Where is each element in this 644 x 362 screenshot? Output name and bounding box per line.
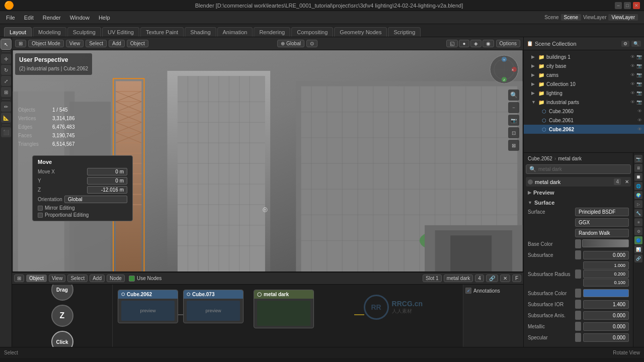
- tool-transform[interactable]: ⊞: [1, 87, 11, 97]
- viewport-select-btn[interactable]: Select: [86, 40, 107, 47]
- zoom-out-btn[interactable]: －: [508, 102, 519, 113]
- prop-tab-constraints[interactable]: 🔗: [634, 254, 642, 262]
- subsurface-method-value[interactable]: Random Walk: [575, 229, 629, 237]
- sr-b-value[interactable]: 0.100: [583, 279, 629, 287]
- bottom-add-menu[interactable]: Add: [90, 275, 105, 282]
- tab-uv-editing[interactable]: UV Editing: [102, 27, 139, 37]
- node-cube073[interactable]: ⬡ Cube.073 preview: [183, 290, 244, 323]
- viewport-proportional-btn[interactable]: ⊙: [306, 40, 317, 47]
- tab-shading[interactable]: Shading: [185, 27, 216, 37]
- specular-dot[interactable]: [575, 333, 581, 342]
- bc-metal-dark[interactable]: metal dark: [558, 156, 582, 161]
- close-button[interactable]: ✕: [633, 2, 640, 9]
- move-z-value[interactable]: -12.016 m: [87, 186, 127, 194]
- bottom-view-menu[interactable]: View: [49, 275, 66, 282]
- prop-tab-physics[interactable]: ⚙: [634, 227, 642, 235]
- annotations-checkbox[interactable]: ✓: [465, 288, 471, 294]
- bc-cube2062[interactable]: Cube.2062: [528, 156, 552, 161]
- tab-texture-paint[interactable]: Texture Paint: [140, 27, 184, 37]
- outliner-item-collection10[interactable]: ▶ 📁 Collection 10 👁 📷: [524, 79, 644, 88]
- proportional-editing-checkbox[interactable]: [38, 213, 43, 218]
- outliner-item-cube2061[interactable]: ⬡ Cube.2061 👁: [524, 116, 644, 125]
- prop-tab-object[interactable]: ▷: [634, 200, 642, 208]
- use-nodes-checkbox[interactable]: [129, 276, 135, 282]
- minimize-button[interactable]: –: [615, 2, 622, 9]
- maximize-button[interactable]: □: [624, 2, 631, 9]
- subsurface-value[interactable]: 0.000: [583, 251, 629, 259]
- node-metal-dark[interactable]: ◯ metal dark: [254, 290, 314, 328]
- tool-scale[interactable]: ⤢: [1, 76, 11, 86]
- tab-animation[interactable]: Animation: [217, 27, 253, 37]
- mirror-editing-checkbox[interactable]: [38, 206, 43, 211]
- tab-sculpting[interactable]: Sculpting: [67, 27, 101, 37]
- perspective-btn[interactable]: ⊡: [508, 127, 519, 138]
- base-color-dot[interactable]: [575, 239, 581, 248]
- z-key-circle[interactable]: Z: [51, 305, 73, 327]
- bottom-editor-type[interactable]: ⊞: [14, 275, 24, 282]
- shading-buttons[interactable]: ◱ ● ◈ ◉: [446, 40, 494, 47]
- material-search[interactable]: 🔍 metal dark: [526, 164, 631, 174]
- subsurface-radius-dot[interactable]: [575, 269, 581, 279]
- tab-rendering[interactable]: Rendering: [254, 27, 290, 37]
- window-controls[interactable]: – □ ✕: [615, 2, 640, 9]
- menu-window[interactable]: Window: [66, 14, 94, 22]
- outliner-item-cube2060[interactable]: ⬡ Cube.2060 👁: [524, 107, 644, 116]
- tool-annotate[interactable]: ✏: [1, 102, 11, 112]
- prop-tab-output[interactable]: 🖥: [634, 164, 642, 172]
- shading-wireframe[interactable]: ◱: [446, 40, 458, 47]
- bottom-object-btn[interactable]: Object: [26, 275, 47, 282]
- subsurface-color-dot[interactable]: [575, 289, 581, 298]
- shading-solid[interactable]: ●: [459, 40, 469, 47]
- outliner-filter[interactable]: ⚙: [621, 41, 629, 47]
- subsurface-ior-dot[interactable]: [575, 300, 581, 309]
- shading-material[interactable]: ◈: [470, 40, 481, 47]
- move-y-value[interactable]: 0 m: [87, 177, 127, 185]
- 3d-viewport[interactable]: User Perspective (2) industrial parts | …: [12, 50, 523, 272]
- tab-scripting[interactable]: Scripting: [388, 27, 421, 37]
- metallic-dot[interactable]: [575, 322, 581, 331]
- camera-view-btn[interactable]: 📷: [508, 115, 519, 126]
- metallic-value[interactable]: 0.000: [583, 322, 629, 331]
- prop-tab-data[interactable]: 📊: [634, 245, 642, 253]
- viewlayer-selector[interactable]: ViewLayer: [608, 14, 638, 21]
- drag-key-circle[interactable]: Drag: [51, 285, 73, 301]
- zoom-in-btn[interactable]: 🔍: [508, 89, 519, 101]
- click-key-circle[interactable]: Click: [51, 331, 73, 347]
- prop-tab-scene[interactable]: 🌐: [634, 182, 642, 190]
- slot-label[interactable]: Slot 1: [423, 275, 442, 282]
- viewport-options[interactable]: Options: [496, 40, 520, 47]
- tool-add-cube[interactable]: ⬛: [1, 127, 11, 137]
- outliner-item-cams[interactable]: ▶ 📁 cams 👁 📷: [524, 70, 644, 79]
- sr-r-value[interactable]: 1.000: [583, 261, 629, 269]
- subsurface-dot[interactable]: [575, 250, 581, 259]
- tool-measure[interactable]: 📐: [1, 113, 11, 123]
- prop-tab-modifier[interactable]: 🔧: [634, 209, 642, 217]
- navigation-widget[interactable]: Y X Z: [489, 54, 519, 84]
- viewport-global-btn[interactable]: ⊕ Global: [277, 40, 304, 47]
- subsurface-color-swatch[interactable]: [583, 289, 629, 297]
- preview-section-header[interactable]: ▶ Preview: [526, 189, 631, 197]
- shading-rendered[interactable]: ◉: [482, 40, 494, 47]
- bottom-fake-user-btn[interactable]: F: [512, 275, 521, 282]
- surface-section-header[interactable]: ▼ Surface: [526, 199, 631, 207]
- orientation-dropdown[interactable]: Global: [64, 196, 127, 203]
- node-editor[interactable]: ⬡ Cube.2062 preview ⬡ Cube.073: [113, 285, 463, 347]
- menu-help[interactable]: Help: [95, 14, 114, 22]
- tab-modeling[interactable]: Modeling: [33, 27, 66, 37]
- outliner-item-lighting[interactable]: ▶ 📁 lighting 👁 📷: [524, 88, 644, 98]
- local-view-btn[interactable]: ⊠: [508, 140, 519, 151]
- menu-file[interactable]: File: [2, 14, 19, 22]
- viewport-add-btn[interactable]: Add: [109, 40, 125, 47]
- subsurface-anis-value[interactable]: 0.000: [583, 311, 629, 320]
- bottom-node-menu[interactable]: Node: [107, 275, 125, 282]
- outliner-item-citybase[interactable]: ▶ 📁 city base 👁 📷: [524, 61, 644, 70]
- scene-selector[interactable]: Scene: [561, 14, 581, 21]
- surface-shader-value[interactable]: Principled BSDF: [575, 208, 629, 216]
- viewport-object-btn[interactable]: Object: [127, 40, 148, 47]
- prop-tab-material[interactable]: 🔵: [634, 236, 642, 244]
- menu-edit[interactable]: Edit: [20, 14, 38, 22]
- outliner-item-buildings1[interactable]: ▶ 📁 buildings 1 👁 📷: [524, 52, 644, 61]
- menu-render[interactable]: Render: [39, 14, 65, 22]
- slot-count[interactable]: 4: [475, 275, 484, 282]
- outliner-search[interactable]: 🔍: [631, 41, 641, 47]
